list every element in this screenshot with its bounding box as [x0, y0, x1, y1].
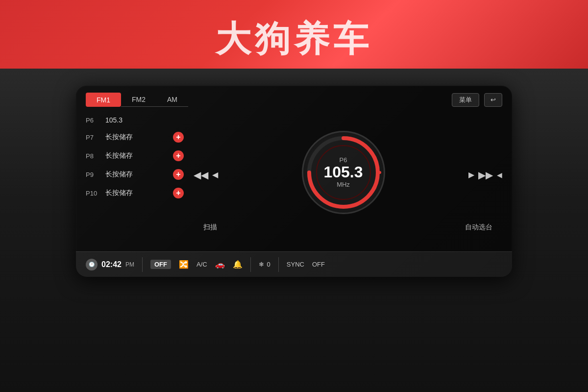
- temp-off-label: OFF: [312, 261, 325, 268]
- radio-tabs: FM1 FM2 AM: [86, 93, 188, 107]
- sync-area[interactable]: SYNC: [287, 261, 304, 268]
- preset-add-p7[interactable]: +: [173, 132, 184, 143]
- clock-icon: 🕐: [86, 259, 98, 270]
- dial-center: P6 105.3 MHz: [323, 156, 363, 188]
- ac-symbol-icon: 🔀: [179, 260, 189, 269]
- preset-num-p8: P8: [86, 152, 99, 160]
- dial-preset-label: P6: [323, 156, 363, 164]
- prev-button[interactable]: ◀: [212, 170, 218, 179]
- clock-area: 🕐 02:42 PM: [86, 259, 134, 270]
- sep-3: [278, 257, 279, 272]
- clock-ampm: PM: [125, 261, 134, 268]
- preset-p10[interactable]: P10 长按储存 +: [81, 184, 189, 202]
- dial-unit: MHz: [323, 181, 363, 188]
- dial-frequency: 105.3: [323, 164, 363, 181]
- preset-num-p6: P6: [86, 117, 99, 124]
- preset-num-p9: P9: [86, 171, 99, 178]
- preset-num-p10: P10: [86, 190, 99, 197]
- ac-status[interactable]: OFF: [150, 260, 171, 269]
- tab-fm1[interactable]: FM1: [86, 93, 121, 107]
- preset-p6[interactable]: P6 105.3: [81, 113, 189, 127]
- clock-time: 02:42: [101, 260, 122, 269]
- preset-p9[interactable]: P9 长按储存 +: [81, 166, 189, 183]
- center-area: ◀◀ ◀: [189, 111, 507, 251]
- banner: 大狗养车: [0, 0, 588, 78]
- preset-list: P6 105.3 P7 长按储存 + P8 长按储存 + P9: [81, 111, 189, 251]
- scan-button[interactable]: 扫描: [203, 223, 217, 232]
- top-right-controls: 菜单 ↩: [452, 93, 502, 107]
- fast-forward-button[interactable]: ▶▶: [478, 169, 493, 181]
- transport-row: ◀◀ ◀: [189, 131, 507, 219]
- ac-text: A/C: [196, 261, 207, 268]
- preset-freq-p8: 长按储存: [105, 151, 167, 160]
- car-icon-area[interactable]: 🚗: [215, 260, 225, 269]
- screen-inner: FM1 FM2 AM 菜单 ↩ P6 105.3 P7: [76, 86, 512, 277]
- dial-indicator-dot: [378, 171, 381, 174]
- back-button[interactable]: ↩: [484, 93, 502, 107]
- small-prev-button[interactable]: ◀: [497, 171, 502, 179]
- sep-1: [142, 257, 143, 272]
- preset-freq-p6: 105.3: [105, 116, 184, 124]
- infotainment-screen: FM1 FM2 AM 菜单 ↩ P6 105.3 P7: [76, 86, 512, 277]
- sep-2: [250, 257, 251, 272]
- sync-label: SYNC: [287, 261, 304, 268]
- preset-add-p9[interactable]: +: [173, 169, 184, 180]
- status-bar: 🕐 02:42 PM OFF 🔀 A/C 🚗: [76, 251, 512, 277]
- preset-add-p10[interactable]: +: [173, 188, 184, 198]
- ac-label[interactable]: A/C: [196, 261, 207, 268]
- main-content: P6 105.3 P7 长按储存 + P8 长按储存 + P9: [76, 111, 512, 251]
- fan-icon: ❄: [259, 261, 264, 268]
- menu-button[interactable]: 菜单: [452, 93, 479, 107]
- next-button[interactable]: ▶: [468, 170, 474, 179]
- tab-fm2[interactable]: FM2: [121, 93, 156, 107]
- preset-p7[interactable]: P7 长按储存 +: [81, 128, 189, 146]
- bell-icon-area[interactable]: 🔔: [233, 260, 243, 269]
- fan-speed: 0: [267, 261, 270, 268]
- preset-p8[interactable]: P8 长按储存 +: [81, 147, 189, 165]
- preset-freq-p9: 长按储存: [105, 170, 167, 179]
- preset-freq-p10: 长按储存: [105, 189, 167, 197]
- preset-add-p8[interactable]: +: [173, 150, 184, 161]
- fan-area[interactable]: ❄ 0: [259, 261, 270, 268]
- auto-select-button[interactable]: 自动选台: [465, 223, 492, 232]
- car-icon: 🚗: [215, 260, 225, 269]
- banner-text: 大狗养车: [216, 16, 372, 63]
- radio-dial[interactable]: P6 105.3 MHz: [302, 131, 385, 214]
- ac-icon-area[interactable]: 🔀: [179, 260, 189, 269]
- preset-num-p7: P7: [86, 134, 99, 141]
- bell-icon: 🔔: [233, 260, 243, 269]
- ac-off-badge: OFF: [150, 260, 171, 269]
- tab-am[interactable]: AM: [156, 93, 188, 107]
- top-bar: FM1 FM2 AM 菜单 ↩: [76, 86, 512, 111]
- preset-freq-p7: 长按储存: [105, 133, 167, 142]
- temp-status-area[interactable]: OFF: [312, 261, 325, 268]
- rewind-button[interactable]: ◀◀: [194, 169, 208, 181]
